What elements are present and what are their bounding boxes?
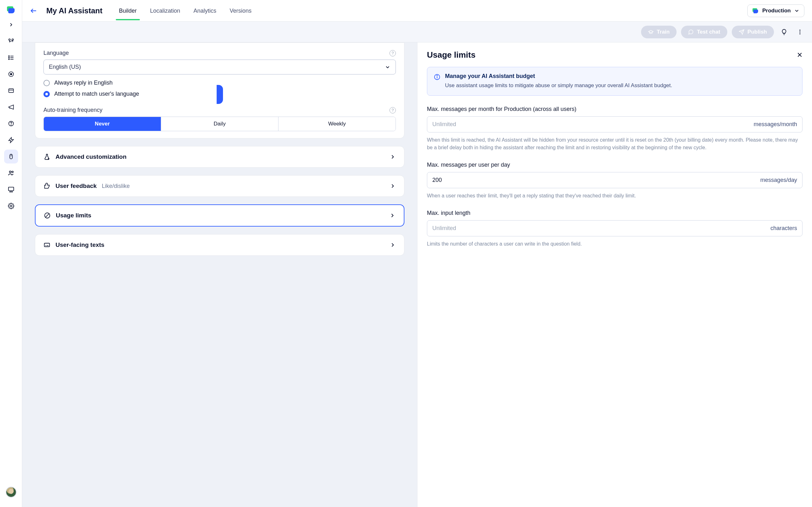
- svg-rect-33: [44, 243, 50, 247]
- chevron-right-icon: [390, 183, 396, 189]
- env-label: Production: [762, 8, 791, 14]
- environment-selector[interactable]: Production: [747, 4, 804, 17]
- radio-icon: [44, 91, 50, 97]
- seg-weekly[interactable]: Weekly: [278, 117, 396, 131]
- svg-point-18: [12, 171, 13, 173]
- megaphone-icon[interactable]: [4, 100, 18, 114]
- main-tabs: Builder Localization Analytics Versions: [119, 1, 252, 20]
- svg-marker-14: [9, 137, 13, 143]
- svg-point-27: [799, 30, 800, 31]
- svg-point-17: [9, 171, 11, 173]
- tab-analytics[interactable]: Analytics: [194, 1, 216, 20]
- inputlen-input[interactable]: [432, 225, 770, 232]
- usage-limits-panel: Usage limits ✕ Manage your AI Assistant …: [417, 43, 812, 507]
- left-rail: [0, 0, 22, 507]
- monthly-limit-label: Max. messages per month for Production (…: [427, 106, 803, 112]
- seg-daily[interactable]: Daily: [161, 117, 278, 131]
- svg-point-22: [12, 191, 12, 192]
- help-icon[interactable]: [4, 117, 18, 130]
- close-icon[interactable]: ✕: [797, 51, 803, 59]
- svg-point-7: [9, 59, 9, 60]
- auto-training-segment: Never Daily Weekly: [44, 117, 396, 131]
- funnel-icon[interactable]: [4, 34, 18, 48]
- mouse-icon[interactable]: [4, 150, 18, 164]
- daily-limit-input-wrap: messages/day: [427, 172, 803, 188]
- target-icon[interactable]: [4, 67, 18, 81]
- language-help-icon[interactable]: ?: [390, 50, 396, 56]
- gear-icon[interactable]: [4, 199, 18, 213]
- svg-point-21: [11, 191, 11, 192]
- chevron-down-icon: [794, 8, 800, 14]
- inputlen-label: Max. input length: [427, 210, 803, 216]
- users-icon[interactable]: [4, 166, 18, 180]
- page-title: My AI Assistant: [46, 6, 102, 15]
- usage-limits-row[interactable]: Usage limits: [35, 205, 404, 227]
- info-icon: [434, 73, 441, 90]
- inputlen-help: Limits the number of characters a user c…: [427, 240, 803, 248]
- svg-point-28: [799, 32, 800, 32]
- svg-rect-10: [9, 89, 13, 93]
- monthly-help: When this limit is reached, the AI Assis…: [427, 136, 803, 152]
- window-icon[interactable]: [4, 83, 18, 98]
- chat-icon: [688, 29, 694, 35]
- svg-point-20: [9, 191, 10, 192]
- bolt-icon[interactable]: [4, 133, 18, 147]
- svg-point-13: [11, 125, 11, 125]
- train-button[interactable]: Train: [641, 26, 677, 38]
- tab-builder[interactable]: Builder: [119, 1, 137, 20]
- expand-rail-icon[interactable]: [4, 18, 18, 32]
- daily-limit-input[interactable]: [432, 177, 760, 183]
- env-logo-icon: [752, 7, 759, 14]
- topbar: My AI Assistant Builder Localization Ana…: [22, 0, 812, 21]
- list-icon[interactable]: [4, 51, 18, 65]
- info-callout: Manage your AI Assistant budget Use assi…: [427, 67, 803, 96]
- svg-point-5: [9, 56, 9, 57]
- radio-icon: [44, 80, 50, 86]
- inputlen-input-wrap: characters: [427, 220, 803, 236]
- advanced-customization-row[interactable]: Advanced customization: [35, 146, 404, 168]
- monthly-limit-input[interactable]: [432, 121, 754, 128]
- daily-limit-label: Max. messages per user per day: [427, 162, 803, 168]
- tab-versions[interactable]: Versions: [230, 1, 252, 20]
- monthly-suffix: messages/month: [754, 121, 797, 128]
- text-icon: [44, 241, 50, 248]
- chevron-right-icon: [390, 154, 396, 160]
- user-feedback-row[interactable]: User feedback Like/dislike: [35, 175, 404, 197]
- inputlen-suffix: characters: [770, 225, 797, 232]
- flask-icon: [44, 153, 50, 160]
- chevron-right-icon: [390, 242, 396, 248]
- auto-training-help-icon[interactable]: ?: [390, 107, 396, 113]
- lightbulb-icon[interactable]: [778, 26, 790, 38]
- svg-point-9: [10, 73, 12, 75]
- svg-line-32: [45, 214, 49, 218]
- language-label: Language: [44, 50, 69, 56]
- svg-point-30: [48, 158, 49, 160]
- test-chat-button[interactable]: Test chat: [681, 26, 727, 38]
- svg-point-38: [437, 75, 438, 76]
- back-button[interactable]: [30, 7, 38, 14]
- language-select[interactable]: English (US): [44, 60, 396, 74]
- kebab-menu-icon[interactable]: [794, 26, 806, 38]
- info-description: Use assistant usage limits to mitigate a…: [445, 81, 672, 90]
- auto-training-label: Auto-training frequency: [44, 107, 102, 113]
- daily-suffix: messages/day: [760, 177, 797, 183]
- svg-point-0: [9, 39, 10, 41]
- chevron-right-icon: [389, 212, 396, 219]
- svg-point-29: [799, 33, 800, 34]
- graduation-cap-icon: [648, 29, 654, 35]
- svg-point-23: [10, 205, 12, 207]
- seg-never[interactable]: Never: [44, 117, 161, 131]
- panel-title: Usage limits: [427, 50, 475, 60]
- drawer-handle[interactable]: [217, 85, 223, 104]
- settings-pane: Language ? English (US) Always reply in …: [22, 43, 417, 507]
- chevron-down-icon: [385, 64, 391, 70]
- svg-point-6: [9, 57, 9, 58]
- tab-localization[interactable]: Localization: [150, 1, 180, 20]
- user-avatar[interactable]: [6, 487, 16, 498]
- presentation-icon[interactable]: [4, 182, 18, 196]
- send-icon: [739, 29, 745, 35]
- thumbs-up-icon: [44, 182, 50, 189]
- daily-help: When a user reaches their limit, they'll…: [427, 192, 803, 200]
- publish-button[interactable]: Publish: [732, 26, 774, 38]
- user-facing-texts-row[interactable]: User-facing texts: [35, 234, 404, 256]
